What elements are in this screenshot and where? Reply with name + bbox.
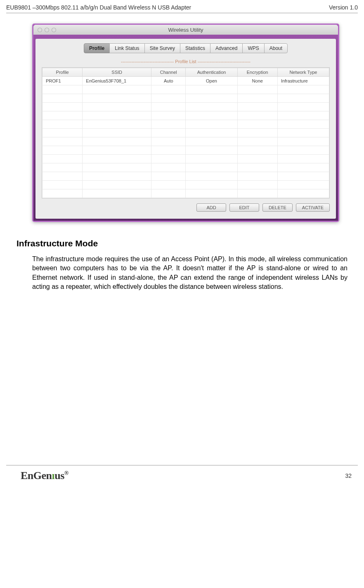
table-container: Profile SSID Channel Authentication Encr…	[42, 67, 330, 198]
app-window: Wireless Utility Profile Link Status Sit…	[32, 24, 339, 222]
cell-auth: Open	[186, 77, 237, 85]
table-header-row: Profile SSID Channel Authentication Encr…	[43, 68, 329, 77]
col-profile[interactable]: Profile	[43, 68, 83, 77]
section-label: ----------------------------------- Prof…	[37, 57, 335, 67]
table-row[interactable]	[43, 189, 329, 198]
header-left: EUB9801 –300Mbps 802.11 a/b/g/n Dual Ban…	[6, 4, 191, 11]
table-row[interactable]	[43, 129, 329, 137]
page-number: 32	[345, 472, 352, 479]
cell-profile: PROF1	[43, 77, 83, 85]
window-title: Wireless Utility	[168, 27, 203, 33]
table-row[interactable]	[43, 111, 329, 120]
table-row[interactable]	[43, 155, 329, 163]
tab-site-survey[interactable]: Site Survey	[144, 43, 180, 53]
close-icon[interactable]	[38, 28, 42, 32]
table-row[interactable]	[43, 172, 329, 181]
profile-table: Profile SSID Channel Authentication Encr…	[42, 68, 329, 198]
col-encryption[interactable]: Encryption	[237, 68, 277, 77]
tab-about[interactable]: About	[264, 43, 288, 53]
footer: EnGenıus® 32	[0, 465, 364, 490]
titlebar: Wireless Utility	[33, 25, 338, 35]
cell-nettype: Infrastructure	[277, 77, 329, 85]
page-header: EUB9801 –300Mbps 802.11 a/b/g/n Dual Ban…	[0, 0, 364, 13]
tab-profile[interactable]: Profile	[84, 43, 110, 53]
footer-content: EnGenıus® 32	[0, 465, 364, 490]
table-row[interactable]	[43, 146, 329, 155]
minimize-icon[interactable]	[45, 28, 49, 32]
table-row[interactable]	[43, 181, 329, 189]
table-row[interactable]	[43, 120, 329, 129]
tab-wps[interactable]: WPS	[242, 43, 264, 53]
tabs: Profile Link Status Site Survey Statisti…	[37, 40, 335, 57]
col-ssid[interactable]: SSID	[83, 68, 151, 77]
header-right: Version 1.0	[329, 4, 358, 11]
table-row[interactable]	[43, 103, 329, 111]
section-body: The infrastructure mode requires the use…	[0, 255, 364, 292]
tab-link-status[interactable]: Link Status	[109, 43, 144, 53]
content-panel: Profile Link Status Site Survey Statisti…	[35, 39, 336, 219]
cell-channel: Auto	[151, 77, 186, 85]
buttons-row: ADD EDIT DELETE ACTIVATE	[37, 198, 335, 217]
header-rule	[6, 13, 358, 13]
table-row[interactable]	[43, 85, 329, 94]
edit-button[interactable]: EDIT	[229, 203, 259, 212]
section-heading: Infrastructure Mode	[0, 239, 364, 255]
col-nettype[interactable]: Network Type	[277, 68, 329, 77]
col-channel[interactable]: Channel	[151, 68, 186, 77]
table-row[interactable]: PROF1 EnGenius53F708_1 Auto Open None In…	[43, 77, 329, 85]
zoom-icon[interactable]	[52, 28, 56, 32]
traffic-lights	[38, 28, 56, 32]
tab-statistics[interactable]: Statistics	[180, 43, 210, 53]
delete-button[interactable]: DELETE	[262, 203, 293, 212]
activate-button[interactable]: ACTIVATE	[296, 203, 330, 212]
tab-advanced[interactable]: Advanced	[210, 43, 243, 53]
table-row[interactable]	[43, 94, 329, 103]
col-auth[interactable]: Authentication	[186, 68, 237, 77]
table-row[interactable]	[43, 163, 329, 172]
add-button[interactable]: ADD	[196, 203, 226, 212]
cell-encryption: None	[237, 77, 277, 85]
window-body: Profile Link Status Site Survey Statisti…	[33, 35, 338, 221]
cell-ssid: EnGenius53F708_1	[83, 77, 151, 85]
engenius-logo: EnGenıus®	[21, 470, 69, 482]
table-row[interactable]	[43, 137, 329, 146]
